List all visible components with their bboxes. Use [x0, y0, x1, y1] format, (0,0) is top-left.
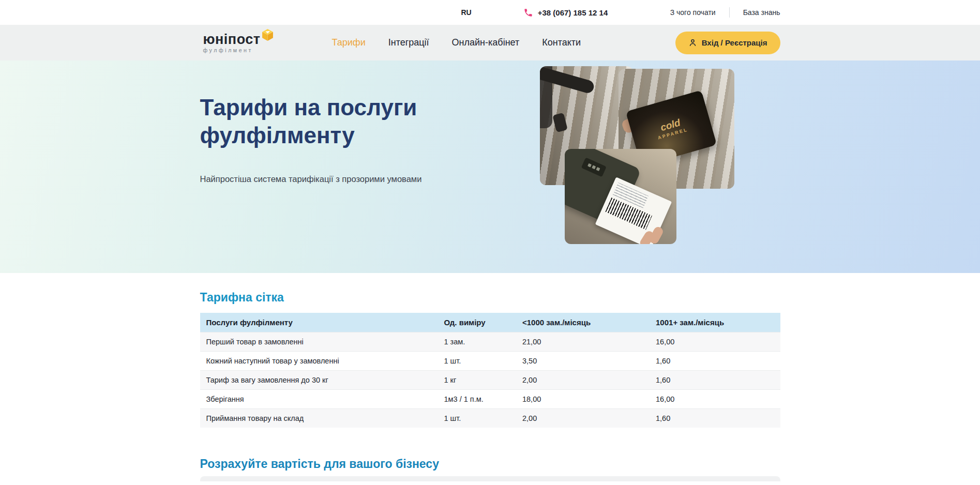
cell-unit: 1 зам. — [438, 332, 516, 352]
nav-item-cabinet[interactable]: Онлайн-кабінет — [452, 37, 520, 48]
link-knowledge-base[interactable]: База знань — [743, 8, 780, 17]
table-row: Тариф за вагу замовлення до 30 кг 1 кг 2… — [200, 371, 780, 390]
topbar-divider — [729, 7, 730, 18]
phone-icon — [523, 8, 533, 18]
cell-unit: 1м3 / 1 п.м. — [438, 390, 516, 409]
table-row: Перший товар в замовленні 1 зам. 21,00 1… — [200, 332, 780, 352]
hero-photo-label-printer — [565, 149, 676, 244]
cell-price-high: 1,60 — [650, 409, 780, 428]
login-button-label: Вхід / Реєстрація — [702, 38, 767, 47]
cell-unit: 1 кг — [438, 371, 516, 390]
pricing-section-title: Тарифна сітка — [200, 273, 780, 305]
cell-price-high: 1,60 — [650, 371, 780, 390]
cell-price-low: 21,00 — [516, 332, 650, 352]
cell-price-high: 16,00 — [650, 332, 780, 352]
top-bar: RU +38 (067) 185 12 14 З чого почати Баз… — [0, 0, 980, 25]
cell-price-high: 1,60 — [650, 352, 780, 371]
cell-price-low: 2,00 — [516, 409, 650, 428]
main-content: Тарифна сітка Послуги фулфілменту Од. ви… — [0, 273, 980, 481]
cell-price-high: 16,00 — [650, 390, 780, 409]
cell-price-low: 18,00 — [516, 390, 650, 409]
calculator-widget-partial — [200, 476, 780, 481]
site-header: юніпост фулфілмент Тарифи Інтеграції Онл… — [0, 25, 980, 60]
main-nav: Тарифи Інтеграції Онлайн-кабінет Контакт… — [332, 37, 581, 48]
calculator-section-title: Розрахуйте вартість для вашого бізнесу — [200, 457, 780, 471]
phone-number: +38 (067) 185 12 14 — [538, 8, 608, 17]
cell-price-low: 3,50 — [516, 352, 650, 371]
cube-logo-icon — [261, 28, 274, 41]
language-switcher[interactable]: RU — [461, 8, 472, 17]
nav-item-contacts[interactable]: Контакти — [542, 37, 581, 48]
hero-section: Тарифи на послуги фулфілменту Найпростіш… — [0, 60, 980, 273]
cell-service: Перший товар в замовленні — [200, 332, 438, 352]
cell-service: Зберігання — [200, 390, 438, 409]
table-row: Зберігання 1м3 / 1 п.м. 18,00 16,00 — [200, 390, 780, 409]
link-getting-started[interactable]: З чого почати — [670, 8, 716, 17]
table-row: Кожний наступний товар у замовленні 1 шт… — [200, 352, 780, 371]
col-header-service: Послуги фулфілменту — [200, 313, 438, 332]
cell-unit: 1 шт. — [438, 352, 516, 371]
logo-tagline: фулфілмент — [203, 47, 261, 53]
col-header-price-low: <1000 зам./місяць — [516, 313, 650, 332]
table-row: Приймання товару на склад 1 шт. 2,00 1,6… — [200, 409, 780, 428]
cell-unit: 1 шт. — [438, 409, 516, 428]
col-header-price-high: 1001+ зам./місяць — [650, 313, 780, 332]
printer-panel — [581, 157, 606, 177]
logo[interactable]: юніпост фулфілмент — [203, 33, 261, 53]
table-header-row: Послуги фулфілменту Од. виміру <1000 зам… — [200, 313, 780, 332]
page-title: Тарифи на послуги фулфілменту — [200, 94, 459, 149]
col-header-unit: Од. виміру — [438, 313, 516, 332]
hero-subtitle: Найпростіша система тарифікації з прозор… — [200, 174, 422, 184]
logo-name: юніпост — [203, 33, 261, 47]
nav-item-tariffs[interactable]: Тарифи — [332, 37, 366, 48]
nav-item-integrations[interactable]: Інтеграції — [388, 37, 429, 48]
cell-service: Тариф за вагу замовлення до 30 кг — [200, 371, 438, 390]
cell-service: Приймання товару на склад — [200, 409, 438, 428]
cell-service: Кожний наступний товар у замовленні — [200, 352, 438, 371]
phone-link[interactable]: +38 (067) 185 12 14 — [523, 8, 608, 18]
cell-price-low: 2,00 — [516, 371, 650, 390]
user-icon — [688, 38, 697, 47]
tariff-table: Послуги фулфілменту Од. виміру <1000 зам… — [200, 313, 780, 428]
login-register-button[interactable]: Вхід / Реєстрація — [675, 32, 780, 54]
